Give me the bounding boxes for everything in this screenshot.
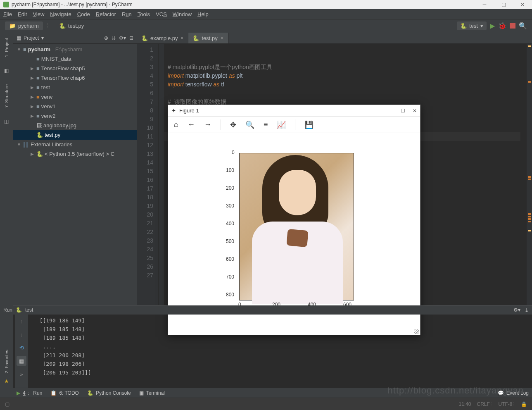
figure-title: Figure 1 (179, 107, 199, 114)
tree-item[interactable]: ■ MNIST_data (13, 54, 137, 64)
figure-titlebar[interactable]: ✦ Figure 1 ─ ☐ ✕ (168, 105, 420, 117)
project-panel-header: ▦ Project ▾ ⊕ ⇊ ⚙▾ ⊟ (13, 32, 137, 44)
sidebar-structure-tab[interactable]: 7: Structure (4, 82, 9, 110)
bottom-tab-terminal[interactable]: ▣Terminal (139, 390, 165, 396)
lock-icon[interactable]: 🔒 (521, 401, 527, 407)
favorites-sidebar: 2: Favorites ★ (0, 288, 13, 388)
tree-item[interactable]: ▶■ TensorFlow chap5 (13, 64, 137, 73)
menu-edit[interactable]: Edit (18, 11, 27, 17)
menu-run[interactable]: Run (122, 11, 132, 17)
debug-button[interactable]: 🐞 (498, 22, 506, 30)
scope-icon[interactable]: ⊕ (104, 35, 108, 41)
close-icon[interactable]: ✕ (220, 36, 224, 41)
sidebar-project-tab[interactable]: 1: Project (4, 36, 9, 60)
tree-python[interactable]: ▶🐍 < Python 3.5 (tensorflow) > C (13, 149, 137, 159)
menu-vcs[interactable]: VCS (156, 11, 167, 17)
status-toggle[interactable]: ▢ (5, 401, 10, 407)
tree-item[interactable]: ▶■ venv2 (13, 111, 137, 121)
menu-window[interactable]: Window (173, 11, 192, 17)
status-position[interactable]: 11:40 (458, 401, 471, 407)
stop-button[interactable] (510, 23, 515, 29)
star-icon[interactable]: ★ (4, 378, 9, 384)
tree-item-selected[interactable]: 🐍 test.py (13, 130, 137, 140)
figure-canvas[interactable]: 0 100 200 300 400 500 600 700 800 0 200 … (168, 133, 420, 335)
bottom-tab-console[interactable]: 🐍Python Console (87, 390, 131, 396)
run-toolbar-2: ↑ ↓ ⟲ ▦ » (15, 305, 28, 388)
menu-code[interactable]: Code (77, 11, 90, 17)
pan-icon[interactable]: ✥ (230, 120, 236, 129)
run-config-name: test (25, 307, 33, 313)
status-bar: ▢ 11:40 CRLF÷ UTF-8÷ 🔒 (0, 398, 532, 410)
tree-external[interactable]: ▼‖‖ External Libraries (13, 140, 137, 149)
window-title: pycharm [E:\pycharm] - ...\test.py [pych… (12, 2, 133, 7)
search-button[interactable]: 🔍 (519, 22, 527, 30)
figure-toolbar: ⌂ ← → ✥ 🔍 ≡ 📈 💾 (168, 117, 420, 133)
configure-icon[interactable]: ≡ (264, 120, 268, 129)
run-button[interactable]: ▶ (490, 22, 495, 30)
status-encoding[interactable]: UTF-8÷ (498, 401, 515, 407)
tab-test[interactable]: 🐍test.py✕ (188, 33, 228, 43)
scroll-button[interactable]: ▦ (17, 356, 26, 366)
maximize-button[interactable]: ▢ (494, 0, 513, 9)
watermark: http://blog.csdn.net/itayangyan (388, 385, 524, 396)
minimize-button[interactable]: ─ (475, 0, 494, 9)
close-button[interactable]: ✕ (513, 0, 532, 9)
favorites-tab[interactable]: 2: Favorites (4, 350, 9, 373)
menu-help[interactable]: Help (197, 11, 209, 17)
maximize-button[interactable]: ☐ (401, 108, 405, 114)
zoom-icon[interactable]: 🔍 (245, 120, 254, 129)
status-separator[interactable]: CRLF÷ (477, 401, 492, 407)
window-controls: ─ ▢ ✕ (475, 0, 532, 9)
breadcrumb-pycharm[interactable]: 📁 pycharm (5, 21, 43, 30)
tree-item[interactable]: ▶■ venv (13, 92, 137, 102)
tree-item[interactable]: ▶■ TensorFlow chap6 (13, 73, 137, 83)
bottom-tab-todo[interactable]: 📋6: TODO (50, 390, 79, 396)
minimize-button[interactable]: ─ (390, 108, 393, 114)
chevron-down-icon: ▾ (480, 23, 483, 29)
menu-navigate[interactable]: Navigate (50, 11, 71, 17)
axes-icon[interactable]: 📈 (277, 120, 286, 129)
figure-window[interactable]: ✦ Figure 1 ─ ☐ ✕ ⌂ ← → ✥ 🔍 ≡ 📈 💾 0 100 2… (168, 105, 420, 335)
displayed-image (240, 153, 354, 300)
project-label: Project (24, 35, 39, 41)
tab-example[interactable]: 🐍example.py✕ (137, 33, 188, 43)
run-configuration-selector[interactable]: 🐍 test ▾ (457, 21, 487, 30)
project-icon: ▦ (17, 35, 21, 41)
tree-item[interactable]: ▶■ test (13, 83, 137, 92)
figure-icon: ✦ (171, 107, 176, 114)
tree-item[interactable]: ▶■ venv1 (13, 102, 137, 111)
tree-root[interactable]: ▼■ pycharm E:\pycharm (13, 45, 137, 54)
close-icon[interactable]: ✕ (180, 36, 184, 41)
menu-refactor[interactable]: Refactor (96, 11, 116, 17)
nav-toolbar: 📁 pycharm 〉 🐍 test.py 🐍 test ▾ ▶ 🐞 🔍 (0, 19, 532, 32)
back-icon[interactable]: ← (188, 120, 195, 129)
sidebar-icon2[interactable]: ◫ (4, 119, 9, 124)
menu-tools[interactable]: Tools (138, 11, 150, 17)
python-icon: 🐍 (59, 23, 66, 29)
breadcrumb-file[interactable]: 🐍 test.py (55, 21, 88, 30)
gear-icon[interactable]: ⚙▾ (119, 35, 126, 41)
up-button[interactable]: ↑ (17, 316, 26, 326)
folder-icon: 📁 (9, 23, 16, 29)
gear-icon[interactable]: ⚙▾ (513, 307, 520, 313)
wrap-button[interactable]: ⟲ (17, 343, 26, 353)
download-icon[interactable]: ⤓ (525, 307, 529, 313)
hide-icon[interactable]: ⊟ (129, 35, 133, 41)
sidebar-icon[interactable]: ◧ (4, 68, 9, 74)
run-title: Run (3, 307, 12, 313)
bottom-tab-run[interactable]: ▶4: Run (17, 390, 42, 396)
more-button[interactable]: » (17, 369, 26, 379)
forward-icon[interactable]: → (204, 120, 211, 129)
python-icon: 🐍 (460, 23, 467, 29)
chevron-down-icon[interactable]: ▾ (41, 35, 44, 41)
close-button[interactable]: ✕ (413, 108, 417, 114)
down-button[interactable]: ↓ (17, 329, 26, 339)
menu-view[interactable]: View (33, 11, 44, 17)
menu-file[interactable]: File (3, 11, 12, 17)
collapse-icon[interactable]: ⇊ (112, 35, 116, 41)
tree-item[interactable]: 🖼 anglababy.jpg (13, 121, 137, 130)
save-icon[interactable]: 💾 (304, 120, 314, 129)
resize-grip[interactable] (414, 329, 419, 334)
home-icon[interactable]: ⌂ (174, 120, 178, 129)
menu-bar: File Edit View Navigate Code Refactor Ru… (0, 9, 532, 19)
